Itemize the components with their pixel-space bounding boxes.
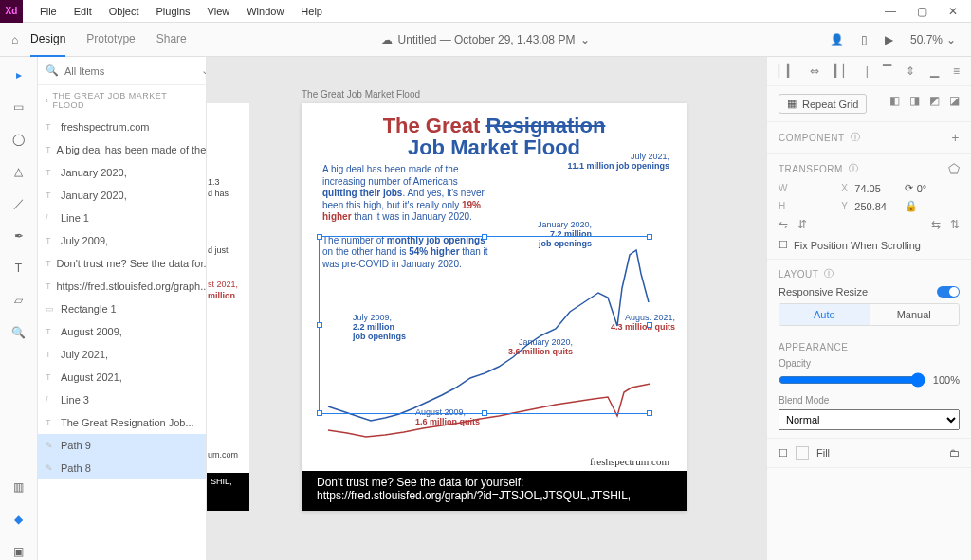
path-subtract-icon[interactable]: ◨ <box>909 94 920 107</box>
distribute-icon[interactable]: ≡ <box>953 64 960 78</box>
tab-design[interactable]: Design <box>30 23 65 57</box>
close-icon[interactable]: ✕ <box>948 5 958 18</box>
mobile-preview-icon[interactable]: ▯ <box>861 33 868 46</box>
y-field[interactable]: 250.84 <box>854 201 887 212</box>
opacity-slider[interactable] <box>779 372 925 388</box>
rotation-field[interactable]: 0° <box>917 183 927 194</box>
flip-v2-icon[interactable]: ⇅ <box>950 218 960 231</box>
tab-prototype[interactable]: Prototype <box>86 23 135 57</box>
document-title[interactable]: ☁ Untitled — October 29, 1.43.08 PM ⌄ <box>381 33 591 46</box>
align-bottom-icon[interactable]: ▁ <box>930 64 939 78</box>
align-center-v-icon[interactable]: ⇕ <box>906 64 915 78</box>
height-field[interactable]: — <box>792 201 802 212</box>
line-tool-icon[interactable]: ／ <box>10 195 27 212</box>
menu-view[interactable]: View <box>208 6 230 17</box>
align-right-icon[interactable]: ▎▏ <box>834 64 852 78</box>
layer-item[interactable]: TThe Great Resignation Job... <box>38 411 206 434</box>
x-field[interactable]: 74.05 <box>854 183 881 194</box>
pen-tool-icon[interactable]: ✒ <box>10 227 27 244</box>
maximize-icon[interactable]: ▢ <box>917 5 927 18</box>
layers-search-input[interactable] <box>64 65 195 77</box>
breadcrumb[interactable]: ‹ THE GREAT JOB MARKET FLOOD <box>38 85 206 116</box>
layers-search[interactable]: 🔍 ⌄ <box>38 57 206 85</box>
layer-item[interactable]: ✎Path 8 <box>38 457 206 479</box>
layer-item[interactable]: Thttps://fred.stlouisfed.org/graph... <box>38 275 206 298</box>
info-icon[interactable]: ⓘ <box>824 267 834 280</box>
lock-icon[interactable]: 🔒 <box>905 200 918 212</box>
tab-share[interactable]: Share <box>156 23 187 57</box>
layout-mode-segment[interactable]: Auto Manual <box>779 303 960 326</box>
align-top-icon[interactable]: ▔ <box>883 64 891 78</box>
path-intersect-icon[interactable]: ◩ <box>929 94 940 107</box>
fix-position-row[interactable]: ☐ Fix Position When Scrolling <box>779 239 960 251</box>
layer-item[interactable]: TJanuary 2020, <box>38 184 206 207</box>
rectangle-tool-icon[interactable]: ▭ <box>10 99 27 116</box>
responsive-toggle[interactable] <box>937 286 960 298</box>
layers-panel: 🔍 ⌄ ‹ THE GREAT JOB MARKET FLOOD Tfreshs… <box>38 57 207 560</box>
flip-h-icon[interactable]: ⇋ <box>779 218 788 231</box>
layer-item[interactable]: /Line 3 <box>38 388 206 411</box>
topbar: ⌂ Design Prototype Share ☁ Untitled — Oc… <box>0 23 971 57</box>
artboard[interactable]: The Great Resignation Job Market Flood A… <box>302 103 687 511</box>
layer-item[interactable]: ▭Rectangle 1 <box>38 298 206 320</box>
path-exclude-icon[interactable]: ◪ <box>949 94 960 107</box>
width-field[interactable]: — <box>792 183 802 194</box>
menu-edit[interactable]: Edit <box>74 6 92 17</box>
minimize-icon[interactable]: — <box>885 5 896 18</box>
chevron-down-icon[interactable]: ⌄ <box>580 33 590 46</box>
layer-item[interactable]: TAugust 2009, <box>38 320 206 343</box>
zoom-control[interactable]: 50.7% ⌄ <box>910 33 956 46</box>
align-left-icon[interactable]: ▏▎ <box>779 64 796 78</box>
layer-label: July 2009, <box>61 235 108 246</box>
ellipse-tool-icon[interactable]: ◯ <box>10 131 27 148</box>
play-icon[interactable]: ▶ <box>885 33 893 46</box>
artboard-label[interactable]: The Great Job Market Flood <box>302 89 420 99</box>
repeat-grid-button[interactable]: ▦ Repeat Grid <box>779 94 867 114</box>
assets-icon[interactable]: ▥ <box>10 479 27 496</box>
3d-icon[interactable]: ⬠ <box>948 161 961 176</box>
layer-item[interactable]: TJanuary 2020, <box>38 161 206 184</box>
plugins-icon[interactable]: ▣ <box>10 543 27 560</box>
select-tool-icon[interactable]: ▸ <box>10 66 27 83</box>
flip-v-icon[interactable]: ⇵ <box>797 218 807 231</box>
path-add-icon[interactable]: ◧ <box>889 94 900 107</box>
flip-h2-icon[interactable]: ⇆ <box>931 218 941 231</box>
folder-icon[interactable]: 🗀 <box>949 447 960 459</box>
auto-option[interactable]: Auto <box>779 304 870 325</box>
layers-icon[interactable]: ◆ <box>10 511 27 528</box>
layer-item[interactable]: TJuly 2009, <box>38 229 206 252</box>
text-tool-icon[interactable]: T <box>10 260 27 277</box>
home-icon[interactable]: ⌂ <box>0 33 23 46</box>
menu-object[interactable]: Object <box>109 6 139 17</box>
menu-window[interactable]: Window <box>247 6 284 17</box>
menu-help[interactable]: Help <box>301 6 322 17</box>
layer-item[interactable]: ✎Path 9 <box>38 434 206 457</box>
fill-swatch[interactable] <box>796 446 809 460</box>
zoom-tool-icon[interactable]: 🔍 <box>10 324 27 341</box>
add-component-icon[interactable]: + <box>951 130 960 145</box>
info-icon[interactable]: ⓘ <box>849 162 859 175</box>
menu-file[interactable]: File <box>40 6 57 17</box>
profile-icon[interactable]: 👤 <box>830 33 844 46</box>
layer-item[interactable]: TA big deal has been made of the... <box>38 138 206 161</box>
manual-option[interactable]: Manual <box>870 304 960 325</box>
align-center-h-icon[interactable]: ⇔ <box>810 64 819 78</box>
artboard-tool-icon[interactable]: ▱ <box>10 292 27 309</box>
grid-icon: ▦ <box>787 98 797 110</box>
polygon-tool-icon[interactable]: △ <box>10 163 27 180</box>
canvas[interactable]: 1.3 d has d just st 2021, million um.com… <box>207 57 766 560</box>
layer-label: January 2020, <box>61 167 127 178</box>
checkbox-icon[interactable]: ☐ <box>779 239 788 251</box>
opacity-value[interactable]: 100% <box>933 374 960 386</box>
selection-box[interactable] <box>319 236 650 414</box>
layer-type-icon: ▭ <box>46 304 55 314</box>
layer-item[interactable]: /Line 1 <box>38 207 206 229</box>
layer-item[interactable]: Tfreshspectrum.com <box>38 116 206 138</box>
fill-checkbox-icon[interactable]: ☐ <box>779 447 788 460</box>
info-icon[interactable]: ⓘ <box>851 131 861 144</box>
layer-item[interactable]: TAugust 2021, <box>38 366 206 388</box>
blend-mode-select[interactable]: Normal <box>779 409 960 430</box>
layer-item[interactable]: TJuly 2021, <box>38 343 206 366</box>
layer-item[interactable]: TDon't trust me? See the data for... <box>38 252 206 275</box>
menu-plugins[interactable]: Plugins <box>156 6 191 17</box>
